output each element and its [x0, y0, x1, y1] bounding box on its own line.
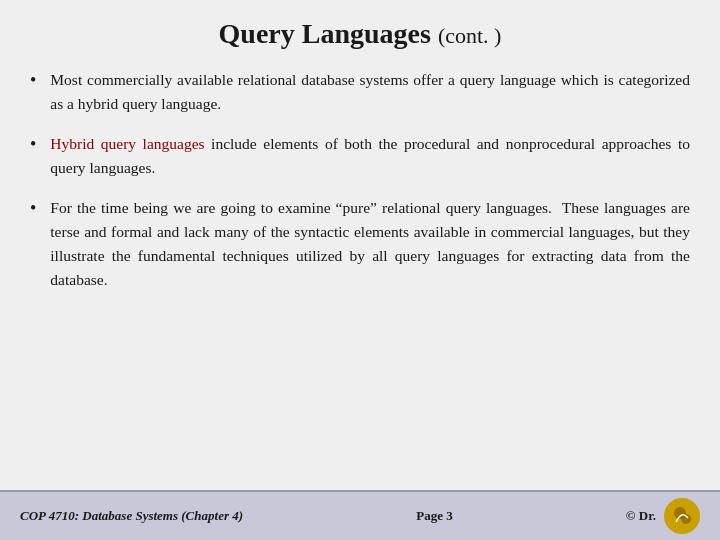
title-main: Query Languages — [219, 18, 431, 49]
footer-copyright: © Dr. — [626, 508, 656, 524]
highlight-text: Hybrid query languages — [50, 135, 204, 152]
slide-body: Query Languages (cont. ) • Most commerci… — [0, 0, 720, 490]
bullet-icon-3: • — [30, 198, 36, 219]
footer-page: Page 3 — [416, 508, 452, 524]
bullet-section-1: • Most commercially available relational… — [30, 68, 690, 116]
slide-title: Query Languages (cont. ) — [30, 18, 690, 50]
bullet-text-1: Most commercially available relational d… — [50, 68, 690, 116]
bullet-section-2: • Hybrid query languages include element… — [30, 132, 690, 180]
slide-footer: COP 4710: Database Systems (Chapter 4) P… — [0, 490, 720, 540]
title-cont: (cont. ) — [438, 23, 502, 48]
bullet-section-3: • For the time being we are going to exa… — [30, 196, 690, 292]
bullet-icon-2: • — [30, 134, 36, 155]
bullet-text-2: Hybrid query languages include elements … — [50, 132, 690, 180]
logo — [664, 498, 700, 534]
footer-right: © Dr. — [626, 498, 700, 534]
logo-svg — [666, 500, 698, 532]
footer-course: COP 4710: Database Systems (Chapter 4) — [20, 508, 243, 524]
bullet-icon-1: • — [30, 70, 36, 91]
slide-container: Query Languages (cont. ) • Most commerci… — [0, 0, 720, 540]
bullet-text-3: For the time being we are going to exami… — [50, 196, 690, 292]
